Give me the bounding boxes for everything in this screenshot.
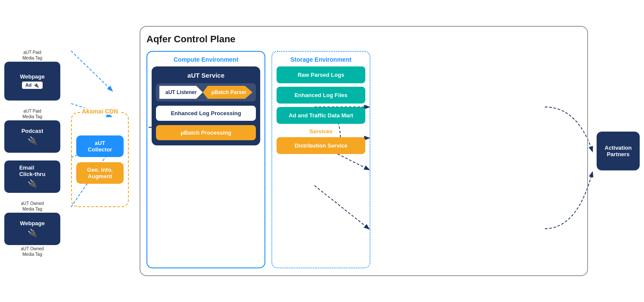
email-wrapper: EmailClick-thru 🔌 [4, 160, 60, 193]
webpage-ad-wrapper: aUT PaidMedia Tag Webpage Ad 🔌 [4, 50, 60, 101]
enhanced-log-proc-label: Enhanced Log Processing [171, 110, 241, 116]
ubatch-proc-label: μBatch Processing [180, 129, 231, 136]
aut-listener-box: aUT Listener [159, 86, 203, 99]
webpage-owned-plug-icon: 🔌 [28, 228, 37, 238]
podcast-label: Podcast [22, 128, 44, 134]
aut-collector-label: aUTCollector [88, 140, 112, 153]
ad-traffic-data-mart-label: Ad and Traffic Data Mart [289, 112, 353, 119]
aut-listener-label: aUT Listener [165, 89, 197, 95]
ad-label: Ad [25, 82, 32, 88]
enhanced-log-proc-box: Enhanced Log Processing [156, 106, 256, 121]
ubatch-parser-box: μBatch Parser [203, 86, 252, 99]
services-section: Services Distribution Service [277, 128, 365, 154]
control-plane: Aqfer Control Plane Compute Environment … [140, 26, 588, 276]
ubatch-proc-box: μBatch Processing [156, 125, 256, 140]
ad-badge: Ad 🔌 [22, 82, 43, 89]
raw-parsed-logs-label: Raw Parsed Logs [298, 72, 344, 78]
storage-env-title: Storage Environment [290, 56, 352, 63]
geo-info-block: Geo. Info. Augment [76, 162, 124, 184]
activation-partners: Activation Partners [597, 132, 640, 170]
plane-inner: Compute Environment aUT Service aUT List… [146, 51, 581, 268]
webpage-owned-block: Webpage 🔌 [4, 213, 60, 245]
compute-env-title: Compute Environment [174, 56, 238, 63]
activation-partners-label: Activation Partners [601, 145, 635, 157]
email-label: EmailClick-thru [19, 164, 46, 177]
webpage-owned-wrapper: aUT OwnedMedia Tag Webpage 🔌 aUT OwnedMe… [4, 201, 60, 257]
control-plane-title: Aqfer Control Plane [146, 34, 581, 45]
podcast-block: Podcast 🔌 [4, 120, 60, 153]
ad-traffic-data-mart-block: Ad and Traffic Data Mart [277, 107, 365, 124]
raw-parsed-logs-block: Raw Parsed Logs [277, 66, 365, 83]
webpage-ad-label: Webpage [20, 73, 45, 80]
label-webpage-owned-below: aUT OwnedMedia Tag [21, 246, 44, 257]
plug-icon: 🔌 [33, 82, 39, 88]
storage-environment: Storage Environment Raw Parsed Logs Enha… [271, 51, 370, 268]
distribution-service-block: Distribution Service [277, 137, 365, 154]
email-block: EmailClick-thru 🔌 [4, 160, 60, 193]
label-podcast-above: aUT PaidMedia Tag [22, 108, 42, 120]
aut-collector-block: aUTCollector [76, 135, 124, 157]
akamai-title: Akamai CDN [80, 108, 120, 115]
compute-environment: Compute Environment aUT Service aUT List… [146, 51, 265, 268]
webpage-owned-label: Webpage [20, 220, 45, 226]
storage-items-list: Raw Parsed Logs Enhanced Log Files Ad an… [277, 66, 365, 124]
label-webpage-owned-above: aUT OwnedMedia Tag [21, 201, 44, 212]
sources-section: aUT PaidMedia Tag Webpage Ad 🔌 aUT PaidM… [4, 50, 60, 257]
aut-service: aUT Service aUT Listener μBatch Parser E… [152, 66, 260, 145]
email-plug-icon: 🔌 [28, 179, 37, 189]
podcast-wrapper: aUT PaidMedia Tag Podcast 🔌 [4, 108, 60, 153]
aut-service-title: aUT Service [187, 72, 224, 79]
akamai-container: Akamai CDN aUTCollector Geo. Info. Augme… [71, 112, 129, 207]
listener-parser-row: aUT Listener μBatch Parser [156, 83, 256, 101]
services-title: Services [277, 128, 365, 135]
webpage-ad-block: Webpage Ad 🔌 [4, 62, 60, 101]
podcast-plug-icon: 🔌 [28, 136, 37, 145]
geo-info-label: Geo. Info. Augment [87, 167, 113, 179]
enhanced-log-files-block: Enhanced Log Files [277, 87, 365, 104]
enhanced-log-files-label: Enhanced Log Files [295, 92, 348, 98]
label-webpage-ad-above: aUT PaidMedia Tag [22, 50, 42, 61]
distribution-service-label: Distribution Service [295, 142, 348, 149]
main-diagram: aUT PaidMedia Tag Webpage Ad 🔌 aUT PaidM… [0, 0, 644, 302]
ubatch-parser-label: μBatch Parser [212, 89, 246, 95]
